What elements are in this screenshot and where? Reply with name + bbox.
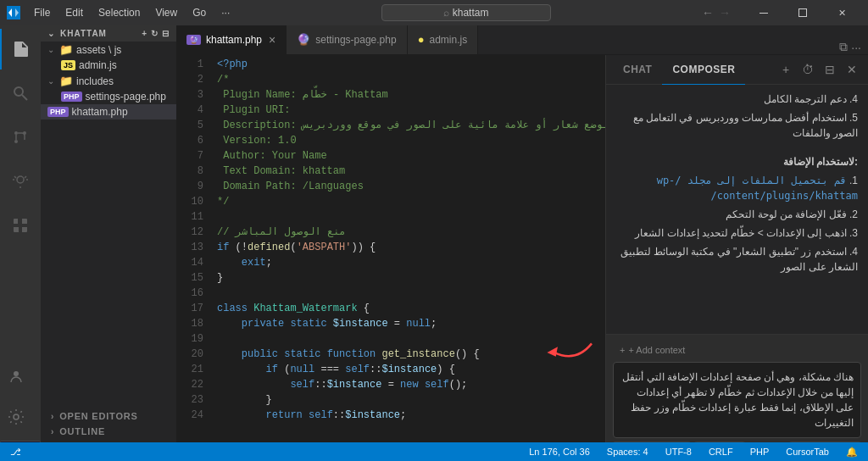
activity-extensions[interactable] (0, 205, 41, 246)
activity-bar: wpar.net (0, 25, 41, 461)
add-context-button[interactable]: + + Add context (613, 342, 861, 358)
code-line-7: Author: Your Name (210, 148, 605, 164)
chat-message-install-2: 2. فعّل الإضافة من لوحة التحكم (616, 207, 858, 222)
menu-go[interactable]: Go (186, 5, 213, 20)
tab-chat[interactable]: CHAT (613, 55, 662, 85)
tab-composer[interactable]: COMPOSER (662, 55, 745, 85)
git-branch-icon[interactable]: ⎇ (7, 447, 25, 458)
sidebar-section-outline[interactable]: › OUTLINE (41, 424, 176, 439)
menu-edit[interactable]: Edit (58, 5, 90, 20)
svg-point-2 (14, 87, 23, 96)
panel-settings-icon[interactable]: ⊟ (821, 60, 839, 79)
right-panel: CHAT COMPOSER + ⏱ ⊟ ✕ 4. دعم الترجمة الك… (605, 55, 868, 461)
chat-message-5: 5. استخدام أفضل ممارسات ووردبريس في التع… (616, 110, 858, 141)
code-line-3: Plugin Name: خطّام - Khattam (210, 87, 605, 103)
sidebar-item-adminjs[interactable]: JS admin.js (41, 58, 176, 73)
line-ending[interactable]: CRLF (705, 447, 737, 457)
maximize-button[interactable] (783, 0, 822, 25)
title-bar-search-area: ⌕ khattam (243, 4, 688, 21)
code-line-6: Version: 1.0 (210, 133, 605, 148)
code-line-1: <?php (210, 57, 605, 72)
php-tab-icon: 🔮 (186, 35, 201, 45)
tab-adminjs[interactable]: ● admin.js (408, 25, 479, 54)
sidebar-section-open-editors[interactable]: › OPEN EDITORS (41, 408, 176, 424)
svg-rect-0 (760, 13, 768, 14)
menu-more[interactable]: ··· (214, 5, 236, 20)
code-line-5: Description: إضافة لوضع شعار أو علامة ما… (210, 118, 605, 133)
app-icon (7, 6, 20, 19)
sidebar-title: KHATTAM (60, 29, 107, 38)
sidebar-item-label: includes (76, 75, 114, 87)
cursor-position[interactable]: Ln 176, Col 36 (526, 447, 593, 457)
sidebar-item-assets[interactable]: ⌄ 📁 assets \ js (41, 42, 176, 58)
nav-back-icon[interactable]: ← (702, 6, 714, 19)
menu-view[interactable]: View (148, 5, 184, 20)
activity-explorer[interactable] (0, 29, 41, 69)
code-line-10: */ (210, 194, 605, 209)
history-icon[interactable]: ⏱ (798, 60, 817, 79)
panel-header: CHAT COMPOSER + ⏱ ⊟ ✕ (606, 55, 868, 85)
code-content: <?php /* Plugin Name: خطّام - Khattam Pl… (210, 55, 605, 461)
nav-forward-icon[interactable]: → (719, 6, 731, 19)
code-view[interactable]: 12345 678910 1112131415 1617181920 21222… (176, 55, 605, 461)
activity-git[interactable] (0, 117, 41, 158)
close-button[interactable]: ✕ (822, 0, 861, 25)
sidebar-item-khattam[interactable]: PHP khattam.php (41, 104, 176, 119)
sidebar-item-includes[interactable]: ⌄ 📁 includes (41, 73, 176, 89)
activity-search[interactable] (0, 73, 41, 114)
code-line-17: class Khattam_Watermark { (210, 301, 605, 316)
menu-file[interactable]: File (27, 5, 57, 20)
close-panel-icon[interactable]: ✕ (843, 60, 861, 79)
line-numbers: 12345 678910 1112131415 1617181920 21222… (176, 55, 210, 461)
tab-khattam[interactable]: 🔮 khattam.php × (176, 25, 287, 54)
sidebar-refresh-icon[interactable]: ↻ (151, 29, 159, 38)
svg-point-7 (14, 371, 19, 376)
menu-selection[interactable]: Selection (92, 5, 147, 20)
folder-icon: 📁 (59, 43, 73, 56)
sidebar-item-label: khattam.php (72, 106, 128, 118)
tab-close-icon[interactable]: × (269, 33, 275, 47)
sidebar-item-label: admin.js (79, 59, 117, 71)
code-line-4: Plugin URI: (210, 103, 605, 118)
section-label: OPEN EDITORS (59, 411, 138, 421)
new-chat-button[interactable]: + (776, 60, 795, 79)
cursor-tool[interactable]: CursorTab (782, 447, 832, 457)
tab-settings-page[interactable]: 🔮 settings-page.php (287, 25, 407, 54)
more-tabs-icon[interactable]: ··· (851, 41, 861, 54)
code-line-11 (210, 209, 605, 225)
bell-icon[interactable]: 🔔 (843, 447, 861, 458)
activity-debug[interactable] (0, 161, 41, 202)
chat-input-text: هناك مشكلة، وهي أن صفحة إعدادات الإضافة … (622, 371, 854, 429)
chevron-down-icon: ⌄ (47, 76, 54, 86)
activity-account[interactable] (0, 356, 36, 397)
chat-input[interactable]: هناك مشكلة، وهي أن صفحة إعدادات الإضافة … (613, 362, 861, 438)
chat-messages: 4. دعم الترجمة الكامل 5. استخدام أفضل مم… (606, 85, 868, 334)
search-label[interactable]: khattam (453, 7, 489, 19)
indentation[interactable]: Spaces: 4 (604, 447, 652, 457)
php-file-icon: PHP (61, 92, 82, 102)
minimize-button[interactable] (744, 0, 783, 25)
section-label: OUTLINE (59, 426, 105, 436)
code-line-16 (210, 286, 605, 301)
sidebar-new-file-icon[interactable]: + (142, 29, 147, 38)
code-line-14: exit; (210, 255, 605, 270)
language-mode[interactable]: PHP (747, 447, 773, 457)
panel-header-actions: + ⏱ ⊟ ✕ (776, 60, 861, 79)
sidebar-collapse-icon[interactable]: ⌄ (47, 29, 55, 38)
chevron-down-icon: ⌄ (47, 45, 54, 54)
search-icon: ⌕ (443, 7, 449, 19)
code-line-13: if (!defined('ABSPATH')) { (210, 240, 605, 255)
split-editor-icon[interactable]: ⧉ (839, 40, 848, 54)
spacer (616, 144, 858, 151)
sidebar-item-settings-page[interactable]: PHP settings-page.php (41, 89, 176, 104)
encoding[interactable]: UTF-8 (662, 447, 695, 457)
svg-line-3 (22, 95, 27, 100)
app-layout: wpar.net ⌄ KHATTAM + ↻ ⊟ ⌄ 📁 assets \ js… (0, 25, 868, 461)
sidebar-item-label: assets \ js (76, 44, 121, 56)
php-tab-icon: 🔮 (297, 33, 310, 46)
sidebar: ⌄ KHATTAM + ↻ ⊟ ⌄ 📁 assets \ js JS admin… (41, 25, 176, 461)
js-file-icon: JS (61, 60, 75, 70)
code-line-21: if (null === self::$instance) { (210, 362, 605, 377)
sidebar-collapse-all-icon[interactable]: ⊟ (162, 29, 170, 38)
activity-settings[interactable] (0, 397, 36, 437)
